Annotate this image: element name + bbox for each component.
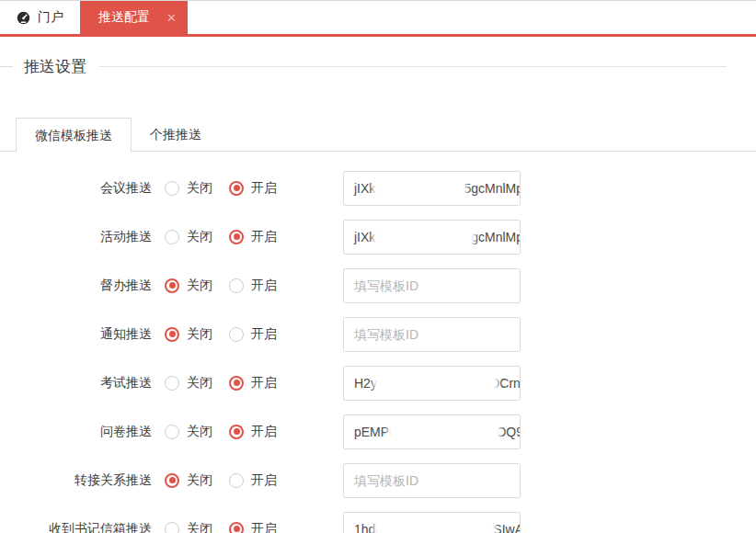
form-row-transfer-relation-push: 转接关系推送 关闭 开启 — [0, 456, 756, 505]
radio-off[interactable] — [165, 230, 179, 244]
radio-off[interactable] — [165, 425, 179, 439]
radio-on-label: 开启 — [251, 278, 277, 294]
form-row-notice-push: 通知推送 关闭 开启 — [0, 310, 756, 358]
radio-group-on[interactable]: 开启 — [229, 326, 277, 343]
push-settings-form: 会议推送 关闭 开启 jIXkD P5gcMnlMp 活动推送 关闭 开启 jI… — [0, 164, 756, 533]
radio-group-off[interactable]: 关闭 — [165, 326, 212, 343]
radio-off-label: 关闭 — [187, 472, 212, 489]
redaction-blur — [391, 421, 498, 443]
radio-off[interactable] — [165, 376, 179, 391]
radio-group-on[interactable]: 开启 — [229, 424, 277, 440]
radio-group-off[interactable]: 关闭 — [165, 521, 212, 533]
radio-group-off[interactable]: 关闭 — [165, 278, 212, 294]
row-label: 会议推送 — [0, 180, 152, 197]
form-row-questionnaire-push: 问卷推送 关闭 开启 pEMPG _OQ9 — [0, 407, 756, 456]
radio-off[interactable] — [165, 278, 179, 293]
form-row-secretary-mailbox-push: 收到书记信箱推送 关闭 开启 1hdi5 YSIwA — [0, 505, 756, 533]
radio-group-off[interactable]: 关闭 — [165, 424, 212, 440]
radio-off[interactable] — [165, 522, 179, 533]
template-id-input[interactable]: jIXkD 5gcMnlMp — [343, 220, 521, 255]
radio-on[interactable] — [229, 230, 244, 244]
form-row-activity-push: 活动推送 关闭 开启 jIXkD 5gcMnlMp — [0, 212, 756, 261]
redaction-blur — [376, 177, 464, 199]
radio-off-label: 关闭 — [187, 424, 212, 440]
row-label: 督办推送 — [0, 278, 152, 294]
radio-group-on[interactable]: 开启 — [229, 229, 277, 245]
title-right-divider — [98, 66, 727, 67]
radio-group-on[interactable]: 开启 — [229, 375, 277, 391]
tab-getui-push[interactable]: 个推推送 — [132, 119, 220, 151]
radio-on-label: 开启 — [251, 326, 277, 343]
tab-bar-underline — [0, 34, 756, 37]
radio-off-label: 关闭 — [187, 326, 212, 343]
window-tab-label: 推送配置 — [98, 9, 150, 26]
radio-on-label: 开启 — [251, 472, 277, 489]
radio-off-label: 关闭 — [187, 375, 212, 391]
radio-on-label: 开启 — [251, 229, 277, 245]
radio-group-on[interactable]: 开启 — [229, 472, 277, 489]
radio-on[interactable] — [229, 473, 244, 488]
radio-off-label: 关闭 — [187, 229, 212, 245]
radio-off-label: 关闭 — [187, 180, 212, 197]
template-id-input[interactable]: jIXkD P5gcMnlMp — [343, 171, 521, 206]
radio-on-label: 开启 — [251, 180, 277, 197]
input-value-right: P5gcMnlMp — [455, 181, 521, 196]
radio-on[interactable] — [229, 376, 244, 391]
radio-group-on[interactable]: 开启 — [229, 180, 277, 197]
row-label: 转接关系推送 — [0, 472, 152, 489]
redaction-blur — [377, 518, 493, 533]
template-id-input[interactable] — [343, 317, 521, 352]
section-header: 推送设置 — [0, 54, 756, 78]
window-tab-push-config[interactable]: 推送配置 ✕ — [80, 1, 188, 34]
radio-off-label: 关闭 — [187, 278, 212, 294]
radio-on-label: 开启 — [251, 521, 277, 533]
radio-on[interactable] — [229, 181, 244, 196]
page-title: 推送设置 — [24, 56, 86, 77]
row-label: 活动推送 — [0, 229, 152, 245]
redaction-blur — [377, 372, 495, 394]
input-value-right: 5gcMnlMp — [464, 230, 521, 244]
window-tab-portal[interactable]: 门户 — [0, 1, 80, 34]
template-id-input[interactable]: 1hdi5 YSIwA — [343, 512, 521, 533]
template-id-input[interactable]: H2yE IDCrnl — [343, 366, 521, 401]
template-id-input[interactable]: pEMPG _OQ9 — [343, 414, 521, 449]
radio-off-label: 关闭 — [187, 521, 212, 533]
radio-on[interactable] — [229, 278, 244, 293]
title-left-divider — [0, 66, 13, 67]
radio-on-label: 开启 — [251, 375, 277, 391]
radio-group-off[interactable]: 关闭 — [165, 229, 212, 245]
radio-group-off[interactable]: 关闭 — [165, 472, 212, 489]
redaction-blur — [376, 226, 472, 248]
tab-wechat-template-push[interactable]: 微信模板推送 — [16, 118, 132, 152]
row-label: 问卷推送 — [0, 424, 152, 440]
radio-group-off[interactable]: 关闭 — [165, 375, 212, 391]
row-label: 收到书记信箱推送 — [0, 521, 152, 533]
close-icon[interactable]: ✕ — [166, 12, 177, 24]
form-row-exam-push: 考试推送 关闭 开启 H2yE IDCrnl — [0, 358, 756, 407]
radio-off[interactable] — [165, 181, 179, 196]
radio-on[interactable] — [229, 522, 244, 533]
radio-off[interactable] — [165, 327, 179, 342]
template-id-input[interactable] — [343, 268, 521, 303]
push-type-tabs: 微信模板推送 个推推送 — [0, 118, 756, 152]
radio-group-off[interactable]: 关闭 — [165, 180, 212, 197]
row-label: 考试推送 — [0, 375, 152, 391]
radio-group-on[interactable]: 开启 — [229, 521, 277, 533]
row-label: 通知推送 — [0, 326, 152, 343]
radio-off[interactable] — [165, 473, 179, 488]
radio-on-label: 开启 — [251, 424, 277, 440]
window-tab-bar: 门户 推送配置 ✕ — [0, 0, 756, 34]
dashboard-icon — [17, 11, 30, 25]
form-row-supervise-push: 督办推送 关闭 开启 — [0, 261, 756, 310]
form-row-meeting-push: 会议推送 关闭 开启 jIXkD P5gcMnlMp — [0, 164, 756, 212]
radio-on[interactable] — [229, 327, 244, 342]
template-id-input[interactable] — [343, 463, 521, 498]
radio-on[interactable] — [229, 425, 244, 439]
window-tab-label: 门户 — [38, 9, 63, 26]
radio-group-on[interactable]: 开启 — [229, 278, 277, 294]
